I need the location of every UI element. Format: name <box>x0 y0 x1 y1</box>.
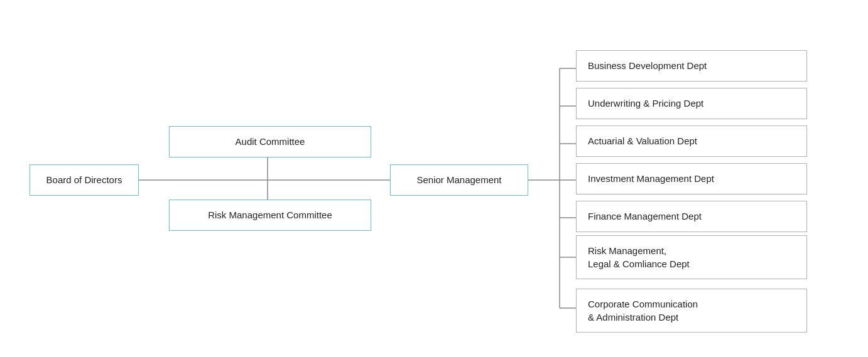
dept5-label: Finance Management Dept <box>588 211 702 221</box>
dept7-line2: & Administration Dept <box>588 311 678 324</box>
senior-label: Senior Management <box>416 174 501 185</box>
dept6-line1: Risk Management, <box>588 244 666 257</box>
dept6-line2: Legal & Comliance Dept <box>588 257 690 270</box>
dept2-node: Underwriting & Pricing Dept <box>576 88 807 119</box>
dept1-label: Business Development Dept <box>588 60 707 71</box>
board-node: Board of Directors <box>30 164 139 196</box>
dept6-node: Risk Management, Legal & Comliance Dept <box>576 235 807 279</box>
dept1-node: Business Development Dept <box>576 50 807 82</box>
dept2-label: Underwriting & Pricing Dept <box>588 98 703 109</box>
dept3-label: Actuarial & Valuation Dept <box>588 136 697 146</box>
senior-node: Senior Management <box>390 164 528 196</box>
audit-label: Audit Committee <box>236 136 305 147</box>
org-chart: Board of Directors Audit Committee Risk … <box>13 9 855 348</box>
dept7-node: Corporate Communication & Administration… <box>576 289 807 333</box>
audit-node: Audit Committee <box>169 126 371 157</box>
risk-committee-label: Risk Management Committee <box>208 210 332 220</box>
dept4-node: Investment Management Dept <box>576 163 807 194</box>
dept7-line1: Corporate Communication <box>588 297 698 311</box>
dept5-node: Finance Management Dept <box>576 201 807 232</box>
board-label: Board of Directors <box>46 174 122 185</box>
dept3-node: Actuarial & Valuation Dept <box>576 125 807 157</box>
dept4-label: Investment Management Dept <box>588 173 714 184</box>
risk-committee-node: Risk Management Committee <box>169 200 371 231</box>
